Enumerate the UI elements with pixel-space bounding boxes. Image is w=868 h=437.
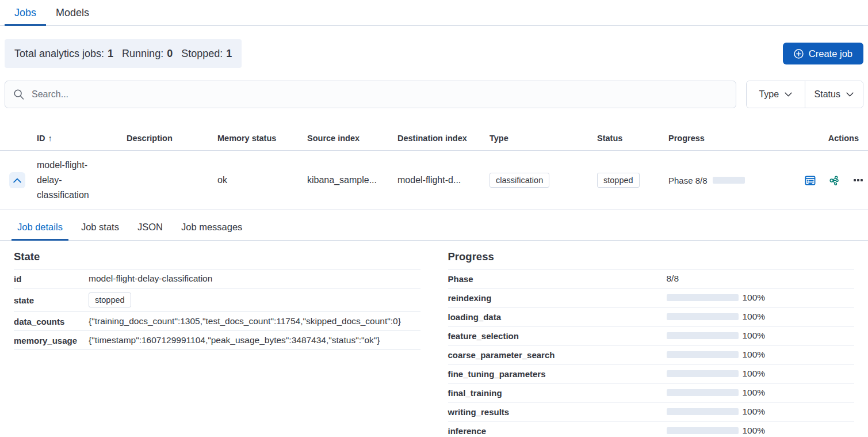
progress-row-inference: inference 100% [448,421,855,437]
stat-running: Running:0 [122,48,173,60]
phase-label: Phase [448,274,667,284]
cell-id: model-flight-delay-classification [32,151,122,210]
main-tab-bar: Jobs Models [0,0,868,26]
progress-item-pct: 100% [743,406,766,417]
search-icon [13,89,25,102]
state-memory-usage-label: memory_usage [14,336,89,345]
progress-item-label: loading_data [448,312,667,322]
chevron-down-icon [785,92,792,97]
status-badge: stopped [597,173,640,188]
filter-group: Type Status [746,81,863,108]
search-box [5,81,736,108]
state-data-counts-value: {"training_docs_count":1305,"test_docs_c… [89,316,420,326]
state-state-label: state [14,295,89,305]
state-table: id model-flight-delay-classification sta… [14,269,420,350]
column-header-type[interactable]: Type [485,126,592,150]
state-heading: State [14,250,420,263]
type-filter-label: Type [759,89,779,100]
tab-job-details[interactable]: Job details [12,215,68,240]
progress-item-bar [667,427,739,434]
column-header-destination-index[interactable]: Destination index [393,126,485,150]
view-job-results-icon[interactable] [805,175,816,186]
stat-total-value: 1 [108,48,113,60]
type-filter-button[interactable]: Type [747,81,805,108]
expand-column-header [5,126,32,150]
search-input[interactable] [5,81,736,108]
progress-item-bar [667,408,739,415]
progress-table: Phase 8/8 reindexing 100% loading_data 1… [448,269,855,437]
plus-in-circle-icon [794,49,804,59]
progress-heading: Progress [448,250,855,263]
state-row-state: state stopped [14,288,420,311]
progress-row-fine-tuning-parameters: fine_tuning_parameters 100% [448,364,855,383]
tab-json[interactable]: JSON [132,215,169,240]
column-header-id-label: ID [37,134,45,143]
cell-status: stopped [592,151,664,210]
progress-item-bar [667,389,739,396]
state-data-counts-label: data_counts [14,317,89,326]
cell-type: classification [485,151,592,210]
tab-jobs[interactable]: Jobs [5,0,46,25]
create-job-label: Create job [809,48,852,59]
status-filter-button[interactable]: Status [805,81,863,108]
progress-item-label: coarse_parameter_search [448,350,667,360]
status-filter-label: Status [815,89,840,100]
table-header-row: ID ↑ Description Memory status Source in… [0,126,868,151]
progress-item-pct: 100% [743,387,766,398]
progress-item-pct: 100% [743,292,766,303]
progress-phase-label: Phase 8/8 [668,176,708,185]
progress-bar [713,177,745,184]
progress-section: Progress Phase 8/8 reindexing 100% loadi… [448,241,855,437]
state-row-memory-usage: memory_usage {"timestamp":1607129991104,… [14,330,420,349]
column-header-progress[interactable]: Progress [664,126,800,150]
tab-job-messages[interactable]: Job messages [175,215,248,240]
type-badge: classification [490,173,549,188]
state-row-id: id model-flight-delay-classification [14,269,420,288]
progress-item-bar [667,351,739,358]
column-header-memory-status[interactable]: Memory status [213,126,303,150]
progress-item-label: feature_selection [448,331,667,341]
progress-item-pct: 100% [743,368,766,379]
progress-item-pct: 100% [743,311,766,322]
progress-item-pct: 100% [743,425,766,436]
collapse-row-button[interactable] [9,172,25,188]
details-columns: State id model-flight-delay-classificati… [0,241,868,437]
stat-stopped-value: 1 [226,48,232,60]
search-row: Type Status [5,81,863,108]
stat-running-label: Running: [122,48,163,60]
create-job-button[interactable]: Create job [783,43,863,64]
cell-memory-status: ok [213,151,303,210]
more-actions-icon[interactable] [853,175,863,185]
progress-item-label: final_training [448,388,667,398]
cell-actions [800,151,868,210]
state-memory-usage-value: {"timestamp":1607129991104,"peak_usage_b… [89,335,420,345]
cell-progress: Phase 8/8 [664,151,800,210]
analytics-jobs-table: ID ↑ Description Memory status Source in… [0,126,868,210]
sort-ascending-icon: ↑ [48,134,52,143]
progress-item-label: reindexing [448,293,667,303]
state-row-data-counts: data_counts {"training_docs_count":1305,… [14,311,420,330]
details-tab-bar: Job details Job stats JSON Job messages [0,210,868,241]
tab-job-stats[interactable]: Job stats [75,215,125,240]
column-header-status[interactable]: Status [592,126,664,150]
stat-running-value: 0 [167,48,173,60]
cell-source-index: kibana_sample... [303,151,393,210]
progress-item-label: writing_results [448,407,667,417]
progress-row-reindexing: reindexing 100% [448,288,855,307]
chevron-down-icon [846,92,854,97]
cell-destination-index: model-flight-d... [393,151,485,210]
progress-item-pct: 100% [743,349,766,360]
column-header-id[interactable]: ID ↑ [32,126,122,150]
progress-item-bar [667,332,739,339]
tab-models[interactable]: Models [46,0,99,25]
stats-row: Total analytics jobs:1 Running:0 Stopped… [5,39,863,68]
column-header-source-index[interactable]: Source index [303,126,393,150]
analytics-map-icon[interactable] [829,175,840,186]
chevron-up-icon [13,178,21,183]
table-row: model-flight-delay-classification ok kib… [0,151,868,210]
progress-row-loading-data: loading_data 100% [448,307,855,326]
progress-item-label: fine_tuning_parameters [448,369,667,379]
expand-cell [5,151,32,210]
state-id-value: model-flight-delay-classification [89,273,420,284]
column-header-description[interactable]: Description [122,126,213,150]
